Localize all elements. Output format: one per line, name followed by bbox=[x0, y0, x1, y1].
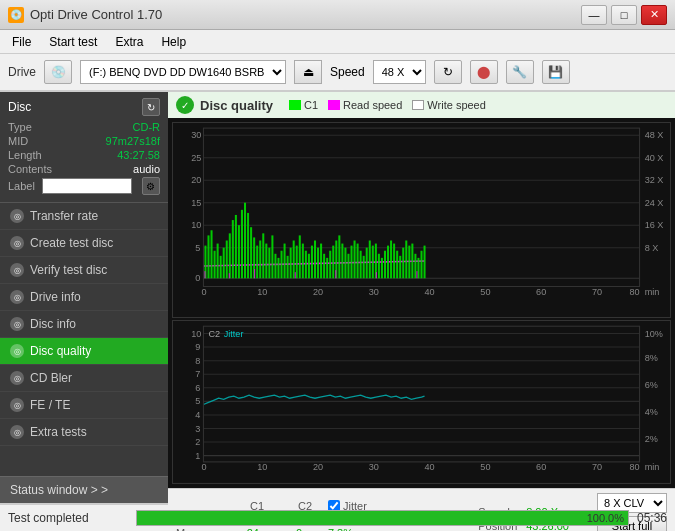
svg-text:8%: 8% bbox=[645, 353, 658, 363]
svg-text:30: 30 bbox=[369, 462, 379, 472]
svg-rect-69 bbox=[317, 248, 319, 279]
extra-tests-label: Extra tests bbox=[30, 425, 87, 439]
svg-rect-101 bbox=[414, 254, 416, 279]
svg-rect-61 bbox=[293, 240, 295, 278]
sidebar-item-create-test-disc[interactable]: ◎ Create test disc bbox=[0, 230, 168, 257]
svg-text:9: 9 bbox=[195, 342, 200, 352]
refresh-icon[interactable]: ↻ bbox=[434, 60, 462, 84]
svg-rect-84 bbox=[363, 256, 365, 278]
menu-extra[interactable]: Extra bbox=[107, 33, 151, 51]
close-button[interactable]: ✕ bbox=[641, 5, 667, 25]
legend-c1-color bbox=[289, 100, 301, 110]
drive-info-icon: ◎ bbox=[10, 290, 24, 304]
svg-rect-40 bbox=[229, 233, 231, 278]
sidebar-item-verify-test-disc[interactable]: ◎ Verify test disc bbox=[0, 257, 168, 284]
legend-read-color bbox=[328, 100, 340, 110]
svg-rect-63 bbox=[299, 235, 301, 278]
sidebar-item-disc-quality[interactable]: ◎ Disc quality bbox=[0, 338, 168, 365]
menu-file[interactable]: File bbox=[4, 33, 39, 51]
svg-rect-54 bbox=[271, 235, 273, 278]
svg-text:20: 20 bbox=[313, 462, 323, 472]
c1-chart-svg: 30 25 20 15 10 5 0 0 bbox=[173, 123, 670, 317]
legend-read-label: Read speed bbox=[343, 99, 402, 111]
verify-test-disc-icon: ◎ bbox=[10, 263, 24, 277]
svg-rect-109 bbox=[335, 270, 336, 278]
sidebar-item-fe-te[interactable]: ◎ FE / TE bbox=[0, 392, 168, 419]
window-title: Opti Drive Control 1.70 bbox=[30, 7, 162, 22]
svg-text:70: 70 bbox=[592, 287, 602, 297]
reset-icon[interactable]: ⬤ bbox=[470, 60, 498, 84]
eject-button[interactable]: ⏏ bbox=[294, 60, 322, 84]
svg-rect-97 bbox=[402, 248, 404, 279]
disc-label-input[interactable] bbox=[42, 178, 132, 194]
menu-start-test[interactable]: Start test bbox=[41, 33, 105, 51]
svg-rect-102 bbox=[417, 258, 419, 278]
drive-select[interactable]: (F:) BENQ DVD DD DW1640 BSRB bbox=[80, 60, 286, 84]
svg-rect-44 bbox=[241, 210, 243, 278]
svg-rect-91 bbox=[384, 251, 386, 279]
sidebar-item-transfer-rate[interactable]: ◎ Transfer rate bbox=[0, 203, 168, 230]
save-icon[interactable]: 💾 bbox=[542, 60, 570, 84]
progress-text: 100.0% bbox=[587, 511, 624, 525]
drive-bar: Drive 💿 (F:) BENQ DVD DD DW1640 BSRB ⏏ S… bbox=[0, 54, 675, 92]
svg-rect-89 bbox=[378, 254, 380, 279]
settings-icon[interactable]: 🔧 bbox=[506, 60, 534, 84]
disc-refresh-icon[interactable]: ↻ bbox=[142, 98, 160, 116]
svg-rect-85 bbox=[366, 248, 368, 279]
svg-rect-58 bbox=[284, 244, 286, 279]
svg-text:min: min bbox=[645, 462, 660, 472]
minimize-button[interactable]: — bbox=[581, 5, 607, 25]
fe-te-label: FE / TE bbox=[30, 398, 70, 412]
svg-text:10: 10 bbox=[257, 462, 267, 472]
svg-text:30: 30 bbox=[191, 130, 201, 140]
svg-text:8: 8 bbox=[195, 356, 200, 366]
svg-rect-57 bbox=[281, 251, 283, 279]
length-value: 43:27.58 bbox=[117, 149, 160, 161]
sidebar-item-drive-info[interactable]: ◎ Drive info bbox=[0, 284, 168, 311]
content-area: ✓ Disc quality C1 Read speed Write speed bbox=[168, 92, 675, 503]
svg-rect-81 bbox=[354, 240, 356, 278]
svg-text:C2: C2 bbox=[209, 329, 221, 339]
svg-text:min: min bbox=[645, 287, 660, 297]
max-label: Max bbox=[176, 527, 216, 531]
sidebar-item-cd-bler[interactable]: ◎ CD Bler bbox=[0, 365, 168, 392]
verify-test-disc-label: Verify test disc bbox=[30, 263, 107, 277]
cd-bler-label: CD Bler bbox=[30, 371, 72, 385]
contents-value: audio bbox=[133, 163, 160, 175]
label-settings-icon[interactable]: ⚙ bbox=[142, 177, 160, 195]
svg-text:0: 0 bbox=[195, 273, 200, 283]
maximize-button[interactable]: □ bbox=[611, 5, 637, 25]
svg-rect-71 bbox=[323, 254, 325, 279]
max-c2: 0 bbox=[267, 527, 302, 531]
svg-text:4: 4 bbox=[195, 410, 200, 420]
svg-text:1: 1 bbox=[195, 451, 200, 461]
type-value: CD-R bbox=[133, 121, 161, 133]
transfer-rate-label: Transfer rate bbox=[30, 209, 98, 223]
speed-select[interactable]: 48 X Max bbox=[373, 60, 426, 84]
sidebar-item-extra-tests[interactable]: ◎ Extra tests bbox=[0, 419, 168, 446]
svg-rect-38 bbox=[223, 248, 225, 279]
svg-text:10%: 10% bbox=[645, 329, 663, 339]
svg-rect-90 bbox=[381, 258, 383, 278]
svg-rect-50 bbox=[259, 240, 261, 278]
svg-rect-83 bbox=[360, 251, 362, 279]
svg-rect-42 bbox=[235, 215, 237, 278]
svg-text:10: 10 bbox=[191, 220, 201, 230]
svg-rect-62 bbox=[296, 246, 298, 279]
svg-rect-110 bbox=[376, 272, 377, 278]
svg-rect-51 bbox=[262, 233, 264, 278]
svg-text:6%: 6% bbox=[645, 380, 658, 390]
c2-jitter-chart-svg: 10 9 8 7 6 5 4 3 2 1 bbox=[173, 321, 670, 483]
max-c1: 24 bbox=[224, 527, 259, 531]
svg-rect-37 bbox=[220, 256, 222, 278]
menu-help[interactable]: Help bbox=[153, 33, 194, 51]
disc-info-icon: ◎ bbox=[10, 317, 24, 331]
status-window-button[interactable]: Status window > > bbox=[0, 476, 168, 503]
disc-quality-icon: ◎ bbox=[10, 344, 24, 358]
drive-icon: 💿 bbox=[44, 60, 72, 84]
svg-rect-56 bbox=[277, 258, 279, 278]
svg-text:50: 50 bbox=[480, 287, 490, 297]
sidebar-item-disc-info[interactable]: ◎ Disc info bbox=[0, 311, 168, 338]
svg-text:16 X: 16 X bbox=[645, 220, 664, 230]
svg-text:5: 5 bbox=[195, 397, 200, 407]
